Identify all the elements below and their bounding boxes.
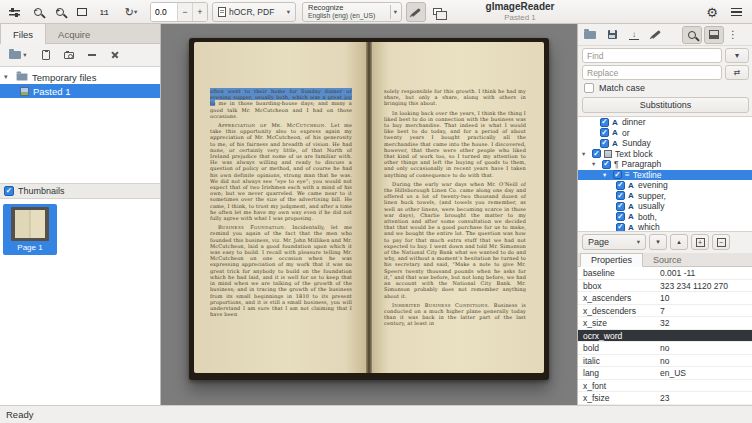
- page-select[interactable]: Page ▾: [582, 234, 646, 250]
- remove-source-button[interactable]: [82, 46, 102, 64]
- properties-toggle[interactable]: [704, 26, 724, 44]
- tab-files[interactable]: Files: [0, 24, 46, 44]
- property-row[interactable]: italic no: [578, 355, 752, 368]
- status-text: Ready: [6, 409, 33, 420]
- paragraph-icon: ¶: [614, 160, 619, 169]
- output-menu-button[interactable]: ⋮: [726, 26, 740, 44]
- zoom-original-button[interactable]: 1:1: [94, 2, 114, 22]
- item-checkbox[interactable]: ✓: [616, 223, 625, 232]
- expander-icon[interactable]: ▾: [592, 160, 599, 168]
- item-checkbox[interactable]: ✓: [616, 212, 625, 221]
- zoom-in-button[interactable]: +: [50, 2, 70, 22]
- chevron-down-icon[interactable]: ▾: [394, 9, 401, 16]
- property-row[interactable]: x_ascenders 10: [578, 292, 752, 305]
- checkbox-icon[interactable]: [584, 83, 594, 93]
- substitutions-button[interactable]: Substitutions: [582, 97, 749, 113]
- item-checkbox[interactable]: ✓: [600, 128, 609, 137]
- paste-button[interactable]: [36, 46, 56, 64]
- hocr-word-evening[interactable]: ✓ A evening: [578, 180, 752, 191]
- output-toolbar: ↓ ⋮: [578, 24, 752, 46]
- hocr-word-dinner[interactable]: ✓ A dinner: [578, 117, 752, 128]
- export-hocr-button[interactable]: ↓: [624, 26, 644, 44]
- thumbnail-page-1[interactable]: Page 1: [3, 204, 57, 255]
- collapse-all-button[interactable]: −: [712, 234, 730, 250]
- match-case-checkbox[interactable]: Match case: [584, 83, 645, 93]
- hocr-textline-selected[interactable]: ▾ ✓ ≡ Textline: [578, 170, 752, 181]
- zoom-out-button[interactable]: −: [28, 2, 48, 22]
- rotation-decrement-button[interactable]: −: [177, 3, 192, 21]
- expander-icon[interactable]: ▾: [4, 73, 12, 81]
- item-checkbox[interactable]: ✓: [600, 139, 609, 148]
- expander-icon[interactable]: ▾: [582, 150, 589, 158]
- item-checkbox[interactable]: ✓: [616, 202, 625, 211]
- rotation-increment-button[interactable]: +: [192, 3, 207, 21]
- property-row[interactable]: x_fsize 23: [578, 392, 752, 405]
- zoom-fit-button[interactable]: [72, 2, 92, 22]
- hocr-text-block[interactable]: ▾ ✓ Text block: [578, 149, 752, 160]
- word-icon: A: [628, 191, 635, 200]
- property-row[interactable]: x_size 32: [578, 317, 752, 330]
- previous-item-button[interactable]: ▴: [670, 234, 688, 250]
- add-images-button[interactable]: ▾: [3, 46, 33, 64]
- expand-all-button[interactable]: +: [691, 234, 709, 250]
- hocr-paragraph[interactable]: ▾ ✓ ¶ Paragraph: [578, 159, 752, 170]
- rotation-spinbox: − +: [150, 2, 208, 22]
- open-hocr-button[interactable]: [580, 26, 600, 44]
- recognize-button[interactable]: Recognize English (eng) (en_US) ▾: [302, 2, 402, 22]
- find-replace-toggle[interactable]: [682, 26, 702, 44]
- camera-icon: [64, 52, 74, 59]
- left-paragraph-2: Let me take this opportunity also to exp…: [210, 122, 352, 221]
- hocr-tree: ✓ A dinner ✓ A or ✓ A Sunday ▾ ✓ Text bl…: [578, 116, 752, 232]
- hocr-word-or[interactable]: ✓ A or: [578, 128, 752, 139]
- menu-button[interactable]: [726, 2, 746, 22]
- property-row[interactable]: x_font: [578, 380, 752, 393]
- source-folder-row[interactable]: ▾ Temporary files: [0, 70, 160, 84]
- image-icon: [20, 87, 29, 96]
- rotate-mode-button[interactable]: ↻ ▾: [118, 2, 144, 22]
- property-row[interactable]: bold no: [578, 342, 752, 355]
- item-checkbox[interactable]: ✓: [616, 181, 625, 190]
- hocr-word-which[interactable]: ✓ A which: [578, 222, 752, 232]
- replace-input[interactable]: [582, 65, 722, 80]
- property-row-selected[interactable]: ocrx_word: [578, 330, 752, 343]
- item-checkbox[interactable]: ✓: [600, 118, 609, 127]
- hocr-edit-button[interactable]: [646, 26, 666, 44]
- source-item-row[interactable]: Pasted 1: [0, 84, 160, 98]
- image-canvas[interactable]: often went to their home for Sunday dinn…: [161, 24, 577, 405]
- item-checkbox[interactable]: ✓: [602, 160, 611, 169]
- save-hocr-button[interactable]: [602, 26, 622, 44]
- settings-button[interactable]: ⚙: [702, 2, 722, 22]
- replace-button[interactable]: ⇄: [725, 65, 749, 80]
- property-row[interactable]: x_descenders 7: [578, 305, 752, 318]
- hocr-word-sunday[interactable]: ✓ A Sunday: [578, 138, 752, 149]
- thumbnails-checkbox[interactable]: ✓: [4, 186, 14, 196]
- item-label: Paragraph: [622, 159, 662, 169]
- clear-sources-button[interactable]: [105, 46, 125, 64]
- property-row[interactable]: bbox 323 234 1120 270: [578, 280, 752, 293]
- thumbnails-label: Thumbnails: [18, 186, 65, 196]
- property-row[interactable]: lang en_US: [578, 367, 752, 380]
- edit-icon: [651, 30, 661, 39]
- pane-icon: [709, 30, 719, 39]
- find-input[interactable]: [582, 48, 722, 63]
- image-controls-button[interactable]: [4, 2, 24, 22]
- item-checkbox[interactable]: ✓: [613, 170, 622, 179]
- expander-icon[interactable]: ▾: [603, 171, 610, 179]
- tab-properties[interactable]: Properties: [580, 253, 643, 267]
- screenshot-button[interactable]: [59, 46, 79, 64]
- item-checkbox[interactable]: ✓: [616, 191, 625, 200]
- tab-source[interactable]: Source: [643, 253, 692, 267]
- hocr-word-both[interactable]: ✓ A both,: [578, 212, 752, 223]
- rotation-input[interactable]: [151, 3, 177, 21]
- hocr-word-usually[interactable]: ✓ A usually: [578, 201, 752, 212]
- next-item-button[interactable]: ▾: [649, 234, 667, 250]
- property-row[interactable]: baseline 0.001 -11: [578, 267, 752, 280]
- hocr-word-supper[interactable]: ✓ A supper,: [578, 191, 752, 202]
- word-icon: A: [612, 118, 619, 127]
- ocr-mode-select[interactable]: hOCR, PDF ▾: [212, 2, 296, 22]
- tab-acquire[interactable]: Acquire: [46, 24, 102, 44]
- find-next-button[interactable]: ▾: [725, 48, 749, 63]
- thumbnails-header: ✓ Thumbnails: [0, 184, 160, 199]
- item-checkbox[interactable]: ✓: [592, 149, 601, 158]
- output-pane-toggle[interactable]: [406, 2, 426, 22]
